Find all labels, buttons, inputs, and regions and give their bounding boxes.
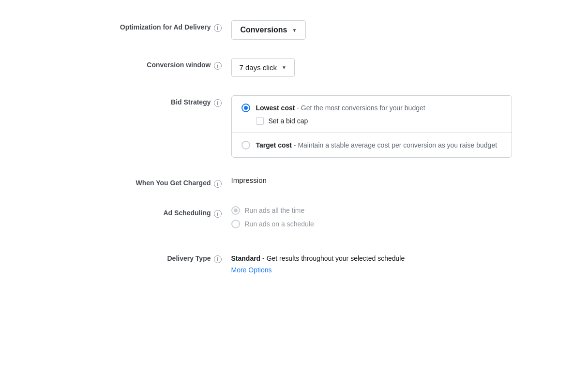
- bid-option-target-cost-desc: - Maintain a stable average cost per con…: [294, 141, 497, 149]
- bid-option-target-cost: Target cost - Maintain a stable average …: [232, 133, 512, 157]
- scheduling-row: Ad Scheduling i Run ads all the time Run…: [76, 205, 512, 237]
- bid-option-lowest-cost-name: Lowest cost: [256, 104, 295, 112]
- scheduling-label: Ad Scheduling: [164, 209, 211, 217]
- conversion-window-label: Conversion window: [147, 61, 211, 69]
- charged-label-col: When You Get Charged i: [76, 175, 231, 188]
- bid-option-lowest-cost-row: Lowest cost - Get the most conversions f…: [241, 104, 502, 112]
- conversion-window-dropdown[interactable]: 7 days click ▼: [231, 58, 295, 77]
- delivery-text: Standard - Get results throughout your s…: [231, 252, 512, 262]
- optimization-row: Optimization for Ad Delivery i Conversio…: [76, 19, 512, 44]
- conversion-window-dropdown-label: 7 days click: [240, 63, 277, 72]
- bid-option-target-cost-label: Target cost - Maintain a stable average …: [256, 141, 498, 149]
- charged-info-icon[interactable]: i: [214, 180, 222, 188]
- more-options-link[interactable]: More Options: [231, 266, 272, 274]
- bid-strategy-box: Lowest cost - Get the most conversions f…: [231, 95, 512, 158]
- bid-strategy-row: Bid Strategy i Lowest cost - Get the mos…: [76, 94, 512, 162]
- optimization-dropdown-caret: ▼: [292, 28, 297, 33]
- bid-radio-lowest-cost[interactable]: [241, 104, 250, 112]
- delivery-control-col: Standard - Get results throughout your s…: [231, 251, 512, 274]
- conversion-window-control-col: 7 days click ▼: [231, 57, 512, 77]
- delivery-info-icon[interactable]: i: [214, 255, 222, 263]
- bid-cap-label: Set a bid cap: [269, 117, 308, 125]
- scheduling-option1-row: Run ads all the time: [231, 206, 512, 215]
- scheduling-option2-row: Run ads on a schedule: [231, 220, 512, 228]
- optimization-label: Optimization for Ad Delivery: [120, 23, 211, 31]
- bid-option-target-cost-row: Target cost - Maintain a stable average …: [241, 141, 502, 149]
- charged-row: When You Get Charged i Impression: [76, 175, 512, 192]
- charged-label: When You Get Charged: [136, 179, 211, 187]
- scheduling-info-icon[interactable]: i: [214, 210, 222, 218]
- bid-option-lowest-cost-desc: - Get the most conversions for your budg…: [297, 104, 425, 112]
- charged-value: Impression: [231, 173, 267, 184]
- delivery-label: Delivery Type: [167, 254, 211, 262]
- scheduling-label-col: Ad Scheduling i: [76, 205, 231, 218]
- bid-option-lowest-cost-label: Lowest cost - Get the most conversions f…: [256, 104, 425, 112]
- bid-strategy-info-icon[interactable]: i: [214, 99, 222, 107]
- bid-radio-target-cost[interactable]: [241, 141, 250, 149]
- delivery-value-bold: Standard: [231, 254, 261, 262]
- bid-strategy-label-col: Bid Strategy i: [76, 94, 231, 107]
- bid-cap-checkbox[interactable]: [256, 117, 264, 125]
- bid-strategy-label: Bid Strategy: [171, 98, 211, 106]
- scheduling-control-col: Run ads all the time Run ads on a schedu…: [231, 205, 512, 233]
- optimization-dropdown[interactable]: Conversions ▼: [231, 20, 306, 40]
- conversion-window-label-col: Conversion window i: [76, 57, 231, 70]
- charged-control-col: Impression: [231, 175, 512, 184]
- optimization-label-col: Optimization for Ad Delivery i: [76, 19, 231, 32]
- scheduling-option2-label: Run ads on a schedule: [245, 220, 314, 228]
- bid-option-lowest-cost: Lowest cost - Get the most conversions f…: [232, 96, 512, 133]
- delivery-label-col: Delivery Type i: [76, 251, 231, 263]
- scheduling-radio-schedule[interactable]: [231, 220, 240, 228]
- bid-cap-row: Set a bid cap: [256, 117, 502, 125]
- settings-form: Optimization for Ad Delivery i Conversio…: [76, 19, 512, 278]
- optimization-control-col: Conversions ▼: [231, 19, 512, 40]
- conversion-window-dropdown-caret: ▼: [282, 65, 286, 70]
- bid-option-target-cost-name: Target cost: [256, 141, 292, 149]
- scheduling-option1-label: Run ads all the time: [245, 207, 305, 214]
- bid-strategy-control-col: Lowest cost - Get the most conversions f…: [231, 94, 512, 158]
- delivery-value-desc: - Get results throughout your selected s…: [262, 254, 405, 262]
- scheduling-radio-always[interactable]: [231, 206, 240, 215]
- delivery-row: Delivery Type i Standard - Get results t…: [76, 251, 512, 278]
- conversion-window-info-icon[interactable]: i: [214, 62, 222, 70]
- optimization-dropdown-label: Conversions: [241, 26, 287, 34]
- conversion-window-row: Conversion window i 7 days click ▼: [76, 57, 512, 81]
- optimization-info-icon[interactable]: i: [214, 24, 222, 32]
